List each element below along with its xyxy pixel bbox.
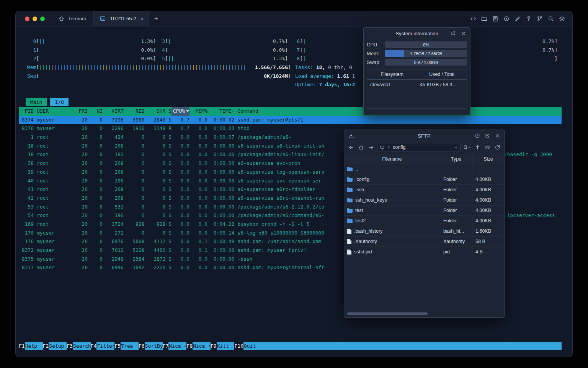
meter-segment: || [102, 64, 108, 70]
column-header-pri[interactable]: PRI [67, 107, 88, 116]
column-size[interactable]: Size [472, 154, 504, 164]
column-type[interactable]: Type [440, 154, 472, 164]
fkey-f3[interactable]: F3 [67, 342, 73, 350]
filesystem-row[interactable]: /dev/vda1 45.61GB / 58.3... [367, 80, 467, 90]
column-header-user[interactable]: USER [34, 107, 67, 116]
scrollbar-thumb[interactable] [347, 312, 428, 315]
command-text: busybox crond -f -S -l 5 [237, 221, 309, 227]
search-icon[interactable] [547, 15, 555, 23]
htop-tab-main[interactable]: Main [26, 98, 47, 106]
meter-segment: |||||| [84, 64, 102, 70]
maximize-window-button[interactable] [40, 16, 45, 21]
process-res: 0 [124, 185, 145, 194]
meter-bracket: [ [36, 46, 39, 55]
fkey-label-f3[interactable]: Search [73, 342, 91, 350]
file-row[interactable]: ssh_host_keysFolder4.00KB [344, 195, 504, 205]
fkey-label-f9[interactable]: Kill [217, 342, 235, 350]
close-icon[interactable] [459, 30, 467, 37]
close-tab-icon[interactable]: × [140, 16, 143, 21]
transfers-icon[interactable] [347, 132, 355, 140]
process-cpu: 0.0 [172, 185, 189, 194]
file-row[interactable]: .bash_historybash_hi...1.60KB [344, 226, 504, 237]
process-row[interactable]: 8374myuser200729639802840S0.70.00:00.02s… [19, 116, 562, 125]
process-state: S [165, 185, 172, 194]
code-snippets-icon[interactable] [469, 15, 477, 23]
refresh-icon[interactable] [493, 143, 501, 151]
fkey-label-f5[interactable]: Tree [121, 342, 139, 350]
fkey-f1[interactable]: F1 [19, 342, 25, 350]
new-tab-button[interactable]: + [149, 11, 164, 26]
folder-icon[interactable] [480, 15, 488, 23]
fkey-label-f4[interactable]: Filter [96, 342, 114, 350]
forward-icon[interactable] [367, 143, 375, 151]
column-header-virt[interactable]: VIRT [103, 107, 124, 116]
fkey-label-f2[interactable]: Setup [49, 342, 67, 350]
file-row[interactable]: .sshFolder4.00KB [344, 185, 504, 195]
fkey-label-f6[interactable]: SortBy [145, 342, 163, 350]
open-in-new-icon[interactable] [449, 30, 457, 37]
column-header-ni[interactable]: NI [88, 107, 103, 116]
cpu-percent: 0.7% [542, 46, 554, 55]
settings-icon[interactable] [558, 15, 566, 23]
meter-fill: | [303, 54, 306, 63]
tab-session[interactable]: 10.211.55.2 × [93, 11, 149, 26]
fkey-f7[interactable]: F7 [163, 342, 169, 350]
fkey-f5[interactable]: F5 [114, 342, 121, 350]
minimize-window-button[interactable] [33, 16, 37, 21]
process-virt: 208 [103, 159, 124, 168]
fkey-f2[interactable]: F2 [43, 342, 49, 350]
column-header-mem[interactable]: MEM% [189, 107, 207, 116]
meter-label: Mem [27, 63, 36, 72]
process-cpu: 0.0 [172, 203, 189, 212]
branch-icon[interactable] [536, 15, 544, 23]
column-header-s[interactable]: S [165, 107, 172, 116]
column-header-cpu[interactable]: CPU% [172, 107, 189, 116]
file-row[interactable]: testFolder4.00KB [344, 205, 504, 216]
show-hidden-files-icon[interactable] [483, 143, 491, 151]
close-window-button[interactable] [25, 16, 29, 21]
fkey-label-f10[interactable]: Quit [243, 342, 261, 350]
column-header-time[interactable]: TIME+ [207, 107, 234, 116]
horizontal-scrollbar[interactable] [346, 312, 503, 316]
upload-icon[interactable] [474, 143, 481, 151]
fkey-label-f1[interactable]: Help [25, 342, 43, 350]
htop-tab-io[interactable]: I/O [50, 98, 68, 106]
column-header-pid[interactable]: PID [19, 107, 34, 116]
file-row[interactable]: test2Folder4.00KB [344, 216, 504, 226]
fkey-label-f8[interactable]: Nice + [193, 342, 211, 350]
process-shr: 0 [145, 142, 166, 151]
fkey-f4[interactable]: F4 [91, 342, 97, 350]
process-virt: 424 [103, 133, 124, 142]
file-row[interactable]: .. [344, 164, 504, 174]
file-row[interactable]: sshd.pidpid4 B [344, 247, 504, 257]
file-row[interactable]: .XauthorityXauthority58 B [344, 237, 504, 247]
home-icon[interactable] [357, 143, 365, 151]
process-user: myuser [34, 263, 67, 272]
key-icon[interactable] [524, 15, 533, 23]
help-icon[interactable]: ? [474, 132, 481, 140]
fkey-f6[interactable]: F6 [139, 342, 145, 350]
column-header-shr[interactable]: SHR [145, 107, 166, 116]
log-icon[interactable] [491, 15, 500, 23]
column-header-res[interactable]: RES [124, 107, 145, 116]
fkey-label-f7[interactable]: Nice - [168, 342, 186, 350]
fkey-f8[interactable]: F8 [186, 342, 193, 350]
fkey-f9[interactable]: F9 [211, 342, 217, 350]
edit-icon[interactable] [513, 15, 522, 23]
open-in-new-icon[interactable] [483, 132, 491, 140]
tab-home[interactable]: Termora [50, 11, 93, 26]
chevron-down-icon[interactable] [454, 145, 458, 150]
process-pri: 20 [67, 185, 88, 194]
close-icon[interactable] [493, 132, 501, 140]
bookmark-button[interactable] [463, 145, 471, 150]
process-res: 5228 [124, 246, 145, 255]
fkey-f10[interactable]: F10 [234, 342, 243, 350]
column-filename[interactable]: Filename [344, 154, 440, 164]
breadcrumb-segment[interactable]: config [393, 145, 405, 150]
path-breadcrumb[interactable]: config [377, 143, 461, 151]
file-row[interactable]: .configFolder4.00KB [344, 174, 504, 185]
process-user: root [34, 150, 67, 159]
back-icon[interactable] [347, 143, 355, 151]
cpu-meter-2: 2[0.0%] [27, 54, 156, 63]
record-icon[interactable] [502, 15, 511, 23]
